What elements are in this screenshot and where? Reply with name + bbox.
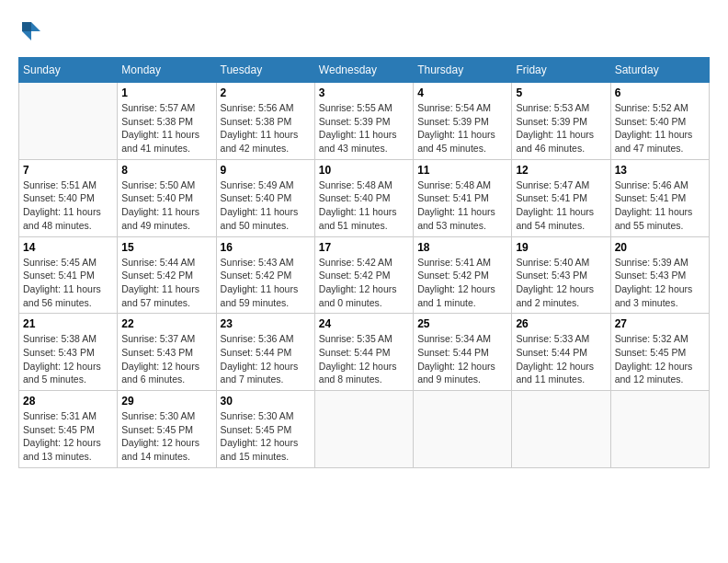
day-info: Sunrise: 5:47 AMSunset: 5:41 PMDaylight:… <box>516 178 606 233</box>
svg-rect-2 <box>22 22 31 31</box>
day-number: 11 <box>417 164 507 177</box>
calendar-cell: 20Sunrise: 5:39 AMSunset: 5:43 PMDayligh… <box>610 236 709 314</box>
calendar-table: SundayMondayTuesdayWednesdayThursdayFrid… <box>18 57 710 468</box>
day-info: Sunrise: 5:30 AMSunset: 5:45 PMDaylight:… <box>221 409 311 464</box>
calendar-week-2: 14Sunrise: 5:45 AMSunset: 5:41 PMDayligh… <box>19 236 710 314</box>
weekday-header-friday: Friday <box>512 58 610 83</box>
day-number: 7 <box>23 164 113 177</box>
day-number: 26 <box>516 317 606 330</box>
calendar-cell: 8Sunrise: 5:50 AMSunset: 5:40 PMDaylight… <box>118 159 216 236</box>
day-info: Sunrise: 5:32 AMSunset: 5:45 PMDaylight:… <box>615 332 705 386</box>
calendar-cell: 11Sunrise: 5:48 AMSunset: 5:41 PMDayligh… <box>414 159 512 236</box>
day-number: 17 <box>319 241 409 254</box>
day-number: 6 <box>615 86 705 99</box>
day-info: Sunrise: 5:33 AMSunset: 5:44 PMDaylight:… <box>516 332 606 386</box>
day-info: Sunrise: 5:46 AMSunset: 5:41 PMDaylight:… <box>615 178 705 233</box>
day-info: Sunrise: 5:37 AMSunset: 5:43 PMDaylight:… <box>121 332 211 386</box>
day-number: 22 <box>121 317 211 330</box>
day-info: Sunrise: 5:48 AMSunset: 5:41 PMDaylight:… <box>417 178 507 233</box>
day-info: Sunrise: 5:51 AMSunset: 5:40 PMDaylight:… <box>23 178 113 233</box>
logo-icon <box>18 18 44 48</box>
day-number: 14 <box>23 241 113 254</box>
calendar-cell: 12Sunrise: 5:47 AMSunset: 5:41 PMDayligh… <box>512 159 610 236</box>
page-header <box>18 18 710 48</box>
weekday-header-thursday: Thursday <box>414 58 512 83</box>
calendar-cell: 10Sunrise: 5:48 AMSunset: 5:40 PMDayligh… <box>314 159 413 236</box>
svg-marker-1 <box>22 31 31 40</box>
day-number: 4 <box>417 86 507 99</box>
day-number: 5 <box>516 86 606 99</box>
day-info: Sunrise: 5:52 AMSunset: 5:40 PMDaylight:… <box>615 101 705 155</box>
day-number: 1 <box>121 86 211 99</box>
calendar-cell: 1Sunrise: 5:57 AMSunset: 5:38 PMDaylight… <box>118 83 216 160</box>
calendar-cell: 14Sunrise: 5:45 AMSunset: 5:41 PMDayligh… <box>19 236 118 314</box>
day-number: 12 <box>516 164 606 177</box>
day-info: Sunrise: 5:38 AMSunset: 5:43 PMDaylight:… <box>23 332 113 386</box>
day-number: 18 <box>417 241 507 254</box>
day-info: Sunrise: 5:44 AMSunset: 5:42 PMDaylight:… <box>121 256 211 310</box>
day-number: 8 <box>121 164 211 177</box>
day-number: 3 <box>319 86 409 99</box>
calendar-cell: 4Sunrise: 5:54 AMSunset: 5:39 PMDaylight… <box>414 83 512 160</box>
calendar-cell: 23Sunrise: 5:36 AMSunset: 5:44 PMDayligh… <box>216 314 314 391</box>
calendar-cell: 21Sunrise: 5:38 AMSunset: 5:43 PMDayligh… <box>19 314 118 391</box>
calendar-cell: 9Sunrise: 5:49 AMSunset: 5:40 PMDaylight… <box>216 159 314 236</box>
day-number: 30 <box>221 395 311 408</box>
day-info: Sunrise: 5:54 AMSunset: 5:39 PMDaylight:… <box>417 101 507 155</box>
weekday-header-tuesday: Tuesday <box>216 58 314 83</box>
day-number: 27 <box>615 317 705 330</box>
calendar-header: SundayMondayTuesdayWednesdayThursdayFrid… <box>19 58 710 83</box>
calendar-cell: 16Sunrise: 5:43 AMSunset: 5:42 PMDayligh… <box>216 236 314 314</box>
weekday-header-monday: Monday <box>118 58 216 83</box>
day-info: Sunrise: 5:57 AMSunset: 5:38 PMDaylight:… <box>121 101 211 155</box>
day-info: Sunrise: 5:39 AMSunset: 5:43 PMDaylight:… <box>615 256 705 310</box>
day-info: Sunrise: 5:36 AMSunset: 5:44 PMDaylight:… <box>221 332 311 386</box>
calendar-cell: 5Sunrise: 5:53 AMSunset: 5:39 PMDaylight… <box>512 83 610 160</box>
day-number: 25 <box>417 317 507 330</box>
day-info: Sunrise: 5:35 AMSunset: 5:44 PMDaylight:… <box>319 332 409 386</box>
day-number: 19 <box>516 241 606 254</box>
day-info: Sunrise: 5:45 AMSunset: 5:41 PMDaylight:… <box>23 256 113 310</box>
calendar-week-4: 28Sunrise: 5:31 AMSunset: 5:45 PMDayligh… <box>19 391 710 468</box>
day-info: Sunrise: 5:42 AMSunset: 5:42 PMDaylight:… <box>319 256 409 310</box>
day-number: 20 <box>615 241 705 254</box>
day-number: 29 <box>121 395 211 408</box>
calendar-week-3: 21Sunrise: 5:38 AMSunset: 5:43 PMDayligh… <box>19 314 710 391</box>
day-info: Sunrise: 5:56 AMSunset: 5:38 PMDaylight:… <box>221 101 311 155</box>
day-info: Sunrise: 5:41 AMSunset: 5:42 PMDaylight:… <box>417 256 507 310</box>
calendar-cell: 13Sunrise: 5:46 AMSunset: 5:41 PMDayligh… <box>610 159 709 236</box>
day-info: Sunrise: 5:34 AMSunset: 5:44 PMDaylight:… <box>417 332 507 386</box>
day-info: Sunrise: 5:30 AMSunset: 5:45 PMDaylight:… <box>121 409 211 464</box>
calendar-cell: 30Sunrise: 5:30 AMSunset: 5:45 PMDayligh… <box>216 391 314 468</box>
day-number: 28 <box>23 395 113 408</box>
day-number: 2 <box>221 86 311 99</box>
calendar-cell: 19Sunrise: 5:40 AMSunset: 5:43 PMDayligh… <box>512 236 610 314</box>
day-number: 16 <box>221 241 311 254</box>
day-number: 10 <box>319 164 409 177</box>
calendar-cell: 22Sunrise: 5:37 AMSunset: 5:43 PMDayligh… <box>118 314 216 391</box>
day-info: Sunrise: 5:40 AMSunset: 5:43 PMDaylight:… <box>516 256 606 310</box>
calendar-week-1: 7Sunrise: 5:51 AMSunset: 5:40 PMDaylight… <box>19 159 710 236</box>
day-number: 24 <box>319 317 409 330</box>
day-info: Sunrise: 5:48 AMSunset: 5:40 PMDaylight:… <box>319 178 409 233</box>
day-number: 23 <box>221 317 311 330</box>
calendar-week-0: 1Sunrise: 5:57 AMSunset: 5:38 PMDaylight… <box>19 83 710 160</box>
calendar-cell: 2Sunrise: 5:56 AMSunset: 5:38 PMDaylight… <box>216 83 314 160</box>
weekday-header-wednesday: Wednesday <box>314 58 413 83</box>
calendar-body: 1Sunrise: 5:57 AMSunset: 5:38 PMDaylight… <box>19 83 710 468</box>
calendar-cell: 26Sunrise: 5:33 AMSunset: 5:44 PMDayligh… <box>512 314 610 391</box>
calendar-cell <box>314 391 413 468</box>
weekday-header-sunday: Sunday <box>19 58 118 83</box>
calendar-cell: 28Sunrise: 5:31 AMSunset: 5:45 PMDayligh… <box>19 391 118 468</box>
calendar-cell: 27Sunrise: 5:32 AMSunset: 5:45 PMDayligh… <box>610 314 709 391</box>
day-number: 21 <box>23 317 113 330</box>
day-number: 13 <box>615 164 705 177</box>
day-info: Sunrise: 5:31 AMSunset: 5:45 PMDaylight:… <box>23 409 113 464</box>
calendar-cell <box>610 391 709 468</box>
calendar-cell: 24Sunrise: 5:35 AMSunset: 5:44 PMDayligh… <box>314 314 413 391</box>
calendar-cell <box>19 83 118 160</box>
day-number: 9 <box>221 164 311 177</box>
calendar-cell: 6Sunrise: 5:52 AMSunset: 5:40 PMDaylight… <box>610 83 709 160</box>
calendar-cell <box>414 391 512 468</box>
day-number: 15 <box>121 241 211 254</box>
